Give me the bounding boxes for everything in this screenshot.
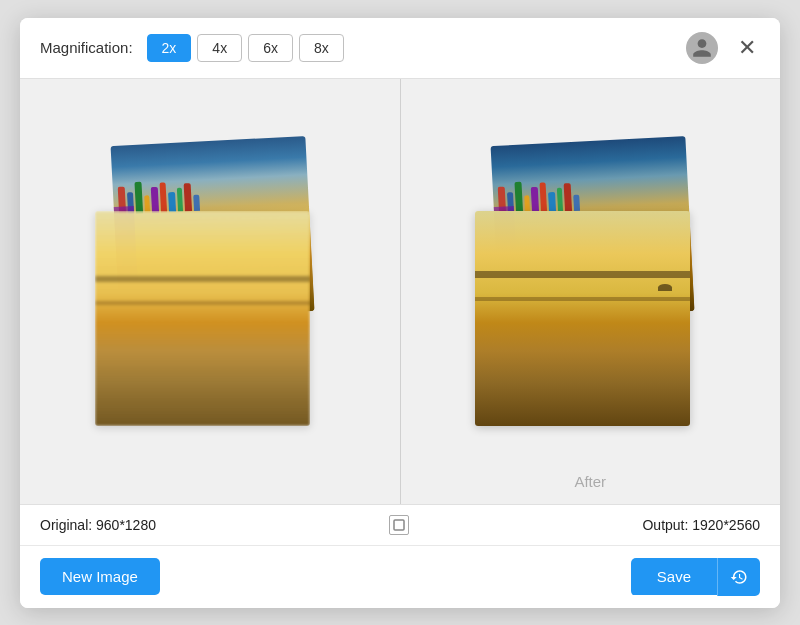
svg-rect-0	[394, 520, 404, 530]
after-image-stack	[475, 146, 705, 436]
main-dialog: Magnification: 2x 4x 6x 8x ✕	[20, 18, 780, 608]
user-icon[interactable]	[686, 32, 718, 64]
original-dimensions: Original: 960*1280	[40, 517, 156, 533]
magnification-buttons: 2x 4x 6x 8x	[147, 34, 344, 62]
status-bar: Original: 960*1280 Output: 1920*2560	[20, 505, 780, 546]
magnification-label: Magnification:	[40, 39, 133, 56]
sync-icon[interactable]	[389, 515, 409, 535]
mag-btn-8x[interactable]: 8x	[299, 34, 344, 62]
preview-area: After	[20, 79, 780, 505]
mag-btn-2x[interactable]: 2x	[147, 34, 192, 62]
save-history-button[interactable]	[717, 558, 760, 596]
close-button[interactable]: ✕	[734, 35, 760, 61]
output-dimensions: Output: 1920*2560	[642, 517, 760, 533]
mag-btn-4x[interactable]: 4x	[197, 34, 242, 62]
after-label: After	[574, 473, 606, 490]
header: Magnification: 2x 4x 6x 8x ✕	[20, 18, 780, 79]
original-panel	[20, 79, 401, 504]
new-image-button[interactable]: New Image	[40, 558, 160, 595]
mag-btn-6x[interactable]: 6x	[248, 34, 293, 62]
footer: New Image Save	[20, 546, 780, 608]
original-image-front	[95, 211, 310, 426]
after-image-front	[475, 211, 690, 426]
save-button[interactable]: Save	[631, 558, 717, 595]
original-image-stack	[95, 146, 325, 436]
save-group: Save	[631, 558, 760, 596]
after-panel: After	[401, 79, 781, 504]
history-icon	[730, 568, 748, 586]
